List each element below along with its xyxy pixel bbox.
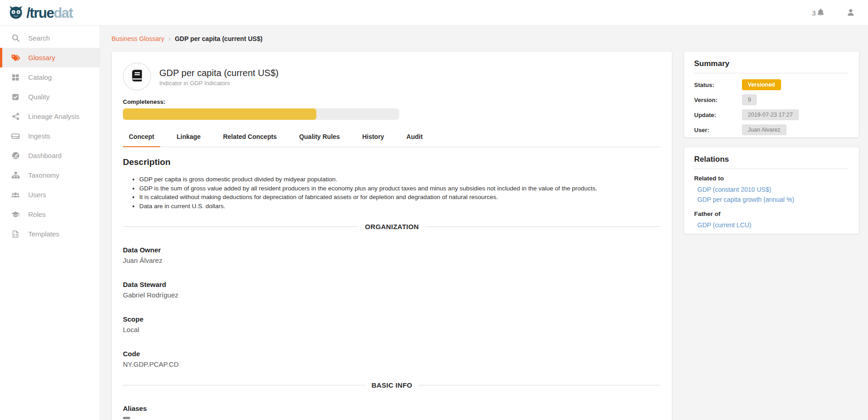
sidebar-item-label: Catalog bbox=[28, 73, 52, 81]
field-scope: Scope Local bbox=[123, 315, 661, 334]
concept-title: GDP per capita (current US$) bbox=[159, 67, 279, 79]
description-heading: Description bbox=[123, 157, 661, 167]
summary-title: Summary bbox=[694, 59, 849, 73]
sidebar-item-label: Quality bbox=[28, 93, 50, 101]
sidebar-item-catalog[interactable]: Catalog bbox=[0, 67, 100, 87]
status-badge: Versioned bbox=[742, 79, 781, 90]
tab-linkage[interactable]: Linkage bbox=[171, 133, 207, 147]
tab-quality-rules[interactable]: Quality Rules bbox=[293, 133, 345, 147]
father-of-heading: Father of bbox=[694, 210, 849, 217]
sidebar-item-label: Glossary bbox=[28, 54, 55, 61]
user-menu-button[interactable] bbox=[846, 8, 855, 19]
sidebar-item-search[interactable]: Search bbox=[0, 28, 100, 48]
truedat-logo[interactable]: /truedat bbox=[7, 4, 73, 23]
sidebar-item-roles[interactable]: Roles bbox=[0, 205, 100, 224]
main-content: Business Glossary › GDP per capita (curr… bbox=[100, 26, 868, 420]
sidebar-item-label: Dashboard bbox=[28, 152, 61, 159]
tags-icon bbox=[10, 53, 20, 62]
organization-divider: ORGANIZATION bbox=[123, 223, 661, 230]
sidebar-item-label: Templates bbox=[28, 230, 59, 238]
breadcrumb-business-glossary-link[interactable]: Business Glossary bbox=[112, 35, 164, 42]
field-data-steward: Data Steward Gabriel Rodríguez bbox=[123, 280, 661, 300]
related-concept-link[interactable]: GDP per capita growth (annual %) bbox=[694, 195, 849, 205]
sidebar-item-label: Search bbox=[28, 34, 50, 42]
concept-card: GDP per capita (current US$) Indicator i… bbox=[112, 51, 672, 420]
field-label: Data Steward bbox=[123, 280, 661, 289]
field-code: Code NY.GDP.PCAP.CD bbox=[123, 349, 661, 369]
sitemap-icon bbox=[10, 171, 20, 179]
sidebar-item-label: Ingests bbox=[28, 132, 50, 140]
empty-value-dash bbox=[123, 417, 130, 419]
summary-row-user: User: Juan Alvarez bbox=[694, 124, 849, 135]
sidebar-item-dashboard[interactable]: Dashboard bbox=[0, 146, 100, 165]
field-aliases: Aliases bbox=[123, 404, 661, 419]
related-concept-link[interactable]: GDP (constant 2010 US$) bbox=[694, 184, 849, 195]
field-label: Code bbox=[123, 349, 661, 359]
concept-heading-text: GDP per capita (current US$) Indicator i… bbox=[159, 67, 279, 87]
tab-concept[interactable]: Concept bbox=[123, 133, 160, 147]
summary-row-label: User: bbox=[694, 127, 742, 133]
description-bullet: GDP is the sum of gross value added by a… bbox=[139, 184, 661, 193]
basic-info-divider: BASIC INFO bbox=[123, 381, 661, 389]
update-badge: 2019-07-23 17:27 bbox=[742, 109, 799, 120]
tab-history[interactable]: History bbox=[356, 133, 390, 147]
share-icon bbox=[10, 112, 20, 121]
description-list: GDP per capita is gross domestic product… bbox=[139, 175, 661, 210]
breadcrumb-current: GDP per capita (current US$) bbox=[175, 35, 263, 42]
check-square-icon bbox=[10, 93, 20, 101]
relations-title: Relations bbox=[694, 155, 849, 169]
breadcrumb: Business Glossary › GDP per capita (curr… bbox=[112, 35, 263, 42]
field-value: Gabriel Rodríguez bbox=[123, 291, 661, 300]
description-bullet: Data are in current U.S. dollars. bbox=[139, 202, 661, 211]
sidebar-item-quality[interactable]: Quality bbox=[0, 87, 100, 107]
relations-panel: Relations Related to GDP (constant 2010 … bbox=[684, 147, 859, 234]
topbar: /truedat 3 bbox=[0, 0, 868, 26]
logo-text-primary: /true bbox=[26, 5, 54, 21]
bell-icon bbox=[816, 8, 825, 19]
graduation-cap-icon bbox=[10, 210, 20, 219]
sidebar-item-label: Roles bbox=[28, 210, 46, 218]
summary-row-update: Update: 2019-07-23 17:27 bbox=[694, 109, 849, 120]
sidebar-item-label: Lineage Analysis bbox=[28, 113, 80, 120]
description-bullet: It is calculated without making deductio… bbox=[139, 193, 661, 202]
concept-tabs: Concept Linkage Related Concepts Quality… bbox=[123, 133, 661, 147]
sidebar-item-lineage-analysis[interactable]: Lineage Analysis bbox=[0, 107, 100, 126]
notifications-count: 3 bbox=[812, 10, 816, 17]
field-data-owner: Data Owner Juan Álvarez bbox=[123, 246, 661, 265]
tab-audit[interactable]: Audit bbox=[401, 133, 429, 147]
completeness-progress bbox=[123, 108, 399, 120]
field-label: Scope bbox=[123, 315, 661, 324]
summary-panel: Summary Status: Versioned Version: 9 Upd… bbox=[684, 51, 859, 138]
users-icon bbox=[10, 190, 20, 200]
owl-logo-icon bbox=[7, 4, 25, 23]
summary-row-label: Version: bbox=[694, 97, 742, 103]
sidebar-item-ingests[interactable]: Ingests bbox=[0, 126, 100, 146]
description-bullet: GDP per capita is gross domestic product… bbox=[139, 175, 661, 184]
file-code-icon bbox=[10, 230, 20, 238]
book-icon bbox=[130, 69, 144, 84]
field-value: NY.GDP.PCAP.CD bbox=[123, 360, 661, 369]
concept-subtitle: Indicator in GDP Indicators bbox=[159, 80, 279, 87]
field-label: Data Owner bbox=[123, 246, 661, 255]
version-badge: 9 bbox=[742, 94, 757, 105]
field-label: Aliases bbox=[123, 404, 661, 413]
sidebar-item-label: Taxonomy bbox=[28, 171, 59, 179]
summary-row-version: Version: 9 bbox=[694, 94, 849, 105]
related-concept-link[interactable]: GDP (current LCU) bbox=[694, 220, 849, 230]
organization-divider-label: ORGANIZATION bbox=[365, 223, 419, 230]
grid-icon bbox=[10, 73, 20, 82]
logo-text: /truedat bbox=[26, 4, 73, 22]
notifications-button[interactable]: 3 bbox=[812, 8, 825, 19]
sidebar: Search Glossary Catalog Quality Lineage … bbox=[0, 26, 100, 420]
sidebar-item-templates[interactable]: Templates bbox=[0, 224, 100, 244]
field-value: Local bbox=[123, 325, 661, 334]
server-icon bbox=[10, 132, 20, 141]
sidebar-item-label: Users bbox=[28, 191, 46, 199]
basic-info-divider-label: BASIC INFO bbox=[371, 381, 412, 389]
sidebar-item-glossary[interactable]: Glossary bbox=[0, 48, 100, 67]
sidebar-item-users[interactable]: Users bbox=[0, 185, 100, 205]
related-to-heading: Related to bbox=[694, 175, 849, 182]
breadcrumb-separator: › bbox=[168, 35, 171, 42]
sidebar-item-taxonomy[interactable]: Taxonomy bbox=[0, 165, 100, 185]
tab-related-concepts[interactable]: Related Concepts bbox=[217, 133, 283, 147]
